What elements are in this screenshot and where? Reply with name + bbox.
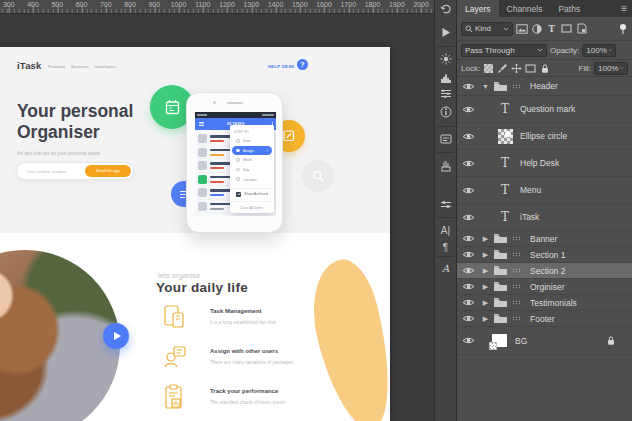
visibility-eye-icon[interactable]: [457, 82, 479, 91]
tab-paths[interactable]: Paths: [550, 0, 588, 17]
filter-adjustment-layers-icon[interactable]: [530, 22, 543, 35]
layer-row-banner[interactable]: ▶ Banner: [457, 231, 632, 247]
option-bullet-icon: [236, 177, 240, 181]
folder-icon: [492, 249, 508, 260]
sort-option[interactable]: Week: [232, 155, 272, 165]
filter-smart-object-icon[interactable]: [575, 22, 588, 35]
sort-option[interactable]: Assign›: [232, 146, 272, 156]
nav-item-features[interactable]: Features: [48, 64, 65, 69]
filter-shape-layers-icon[interactable]: [560, 22, 573, 35]
folder-icon: [492, 265, 508, 276]
help-desk-link[interactable]: HELP DESK: [268, 64, 295, 69]
question-mark-icon[interactable]: ?: [297, 59, 308, 70]
send-app-button[interactable]: Send the app: [85, 165, 131, 177]
woman-with-phone-photo: [0, 250, 120, 421]
ruler-label: 300: [3, 1, 15, 8]
sort-option[interactable]: Day: [232, 165, 272, 175]
visibility-eye-icon[interactable]: [457, 159, 479, 168]
character-panel-icon[interactable]: A|: [435, 221, 456, 239]
task-list: [197, 132, 233, 213]
nav-item-developers[interactable]: Developers: [94, 64, 116, 69]
lock-all-icon[interactable]: [539, 63, 550, 74]
adjustments-panel-icon[interactable]: [435, 50, 456, 68]
chevron-right-icon[interactable]: ▶: [479, 267, 492, 275]
opacity-value[interactable]: 100%: [582, 44, 616, 57]
paragraph-panel-icon[interactable]: ¶: [435, 238, 456, 256]
ruler-label: 900: [148, 1, 160, 8]
chevron-right-icon[interactable]: ▶: [479, 283, 492, 291]
arrow-right-icon: ›: [267, 148, 268, 153]
filter-toggle-icon[interactable]: [618, 24, 628, 34]
chevron-down-icon[interactable]: ▼: [479, 83, 492, 90]
notes-panel-icon[interactable]: [435, 130, 456, 148]
glyphs-panel-icon[interactable]: A: [435, 259, 456, 277]
visibility-eye-icon[interactable]: [457, 105, 479, 114]
tab-layers[interactable]: Layers: [457, 0, 499, 17]
show-archived-checkbox[interactable]: Show Archived: [232, 188, 272, 199]
performance-icon: [164, 384, 186, 410]
properties-panel-icon[interactable]: [435, 195, 456, 213]
layer-row-header[interactable]: ▼ Header: [457, 77, 632, 96]
blend-mode-select[interactable]: Pass Through: [461, 44, 547, 57]
info-panel-icon[interactable]: [435, 103, 456, 121]
visibility-eye-icon[interactable]: [457, 250, 479, 259]
lock-transparent-pixels-icon[interactable]: [483, 63, 494, 74]
chevron-right-icon[interactable]: ▶: [479, 251, 492, 259]
visibility-eye-icon[interactable]: [457, 282, 479, 291]
visibility-eye-icon[interactable]: [457, 132, 479, 141]
ruler-label: 800: [124, 1, 136, 8]
filter-pixel-layers-icon[interactable]: [515, 22, 528, 35]
lock-artboard-icon[interactable]: [525, 63, 536, 74]
layer-row-question-mark[interactable]: T Question mark: [457, 96, 632, 123]
layer-row-help-desk[interactable]: T Help Desk: [457, 150, 632, 177]
layer-row-section-2[interactable]: ▶ Section 2: [457, 263, 632, 279]
design-canvas[interactable]: iTask Features Business Developers HELP …: [0, 47, 390, 421]
lock-image-pixels-icon[interactable]: [497, 63, 508, 74]
layer-row-bg[interactable]: BG: [457, 327, 632, 355]
fill-value[interactable]: 100%: [594, 62, 628, 75]
visibility-eye-icon[interactable]: [457, 266, 479, 275]
visibility-eye-icon[interactable]: [457, 314, 479, 323]
levels-panel-icon[interactable]: [435, 84, 456, 102]
brush-settings-panel-icon[interactable]: [435, 157, 456, 175]
layer-row-testimonials[interactable]: ▶ Testimonials: [457, 295, 632, 311]
task-management-icon: [164, 304, 186, 330]
layer-row-itask[interactable]: T iTask: [457, 204, 632, 231]
play-button[interactable]: [103, 323, 129, 349]
site-logo[interactable]: iTask: [17, 60, 42, 71]
visibility-eye-icon[interactable]: [457, 234, 479, 243]
sort-option[interactable]: Location: [232, 174, 272, 184]
layer-row-menu[interactable]: T Menu: [457, 177, 632, 204]
filter-kind-select[interactable]: Kind: [461, 22, 513, 36]
layer-thumbnail: [498, 129, 513, 144]
layer-row-section-1[interactable]: ▶ Section 1: [457, 247, 632, 263]
chevron-right-icon[interactable]: ▶: [479, 235, 492, 243]
nav-item-business[interactable]: Business: [71, 64, 89, 69]
visibility-eye-icon[interactable]: [457, 186, 479, 195]
chevron-right-icon[interactable]: ▶: [479, 315, 492, 323]
lock-position-icon[interactable]: [511, 63, 522, 74]
filter-type-layers-icon[interactable]: T: [545, 22, 558, 35]
chevron-down-icon: [609, 48, 613, 52]
clear-button[interactable]: Clear All Done: [230, 201, 274, 213]
layer-row-ellipse-circle[interactable]: Ellipse circle: [457, 123, 632, 150]
visibility-eye-icon[interactable]: [457, 298, 479, 307]
chevron-right-icon[interactable]: ▶: [479, 299, 492, 307]
hero-title: Your personal Organiser: [17, 101, 133, 143]
mobile-number-field[interactable]: Send the app: [16, 162, 134, 180]
actions-panel-icon[interactable]: [435, 23, 456, 41]
layers-panel: Layers Channels Paths ≡ Kind T Pass Thro…: [457, 0, 632, 421]
lock-row: Lock: Fill: 100%: [457, 60, 632, 77]
layer-row-orginiser[interactable]: ▶ Orginiser: [457, 279, 632, 295]
section-kicker: lets organise: [158, 271, 201, 280]
panel-menu-icon[interactable]: ≡: [616, 0, 632, 17]
tab-channels[interactable]: Channels: [499, 0, 551, 17]
sort-option[interactable]: Date: [232, 136, 272, 146]
visibility-eye-icon[interactable]: [457, 213, 479, 222]
visibility-eye-icon[interactable]: [457, 336, 479, 345]
group-dots-icon: [512, 236, 521, 241]
history-panel-icon[interactable]: [435, 0, 456, 18]
text-layer-thumbnail: T: [501, 156, 509, 170]
ruler-label: 500: [51, 1, 63, 8]
layer-row-footer[interactable]: ▶ Footer: [457, 311, 632, 327]
